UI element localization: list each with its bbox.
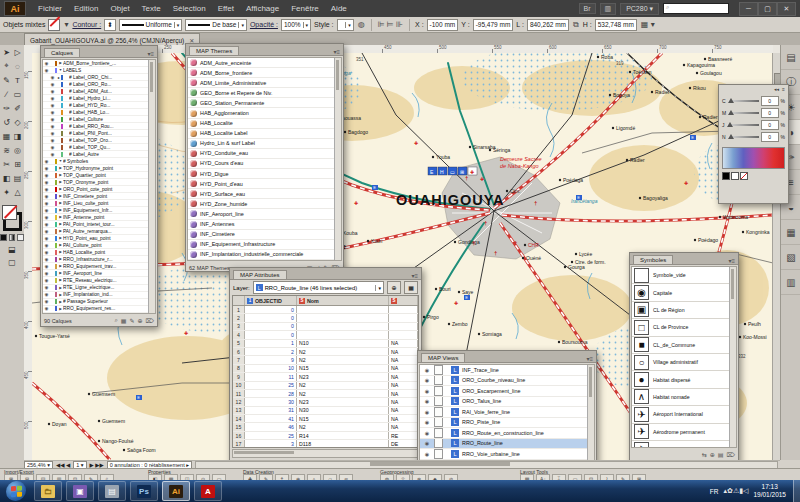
blend-tool[interactable]: ≋ <box>1 143 12 157</box>
view-row-oro-talus-line[interactable]: ◉LORO_Talus_line <box>420 397 594 408</box>
symbols-scrollbar[interactable] <box>729 267 736 447</box>
menu-fen-tre[interactable]: Fenêtre <box>285 4 325 13</box>
visibility-eye-icon[interactable]: ◉ <box>43 264 50 269</box>
panel-menu-icon[interactable]: ▾≡ <box>408 272 421 279</box>
page-icon[interactable] <box>434 439 443 449</box>
layer-row-hab-localite-point[interactable]: ◉▶HAB_Localite_point○ <box>43 249 155 256</box>
visibility-eye-icon[interactable]: ◉ <box>43 61 50 66</box>
visibility-eye-icon[interactable]: ◉ <box>43 222 50 227</box>
nom-cell[interactable]: N23 <box>297 373 389 380</box>
color-header-icon[interactable]: ≡ <box>782 86 785 94</box>
visibility-eye-icon[interactable]: ◉ <box>43 215 50 220</box>
layer-row-label-top-qu[interactable]: ◉# Label_TOP_Qu...○ <box>43 144 155 151</box>
symbols-footer-icon[interactable]: ⇆ <box>702 451 707 458</box>
channel-value[interactable]: 0 <box>761 132 779 142</box>
visibility-eye-icon[interactable]: ◉ <box>420 388 434 394</box>
tab-map-views[interactable]: MAP Views <box>421 353 465 362</box>
view-row-inf-trace-line[interactable]: ◉LINF_Trace_line <box>420 365 594 376</box>
theme-row-inf-equipement-infrastructure[interactable]: INF_Equipement_Infrastructure <box>188 240 341 250</box>
app-logo-icon[interactable]: Ai <box>4 1 26 16</box>
fill-indicator[interactable] <box>2 205 17 220</box>
scissors-tool[interactable]: ✂ <box>1 157 12 171</box>
attributes-hscroll[interactable] <box>232 449 419 458</box>
cut-cell[interactable]: NA <box>389 382 418 389</box>
appearance-icon[interactable]: ▦ <box>781 220 800 245</box>
symbol-row-village-administratif[interactable]: ○Village administratif <box>632 354 736 371</box>
visibility-eye-icon[interactable]: ◉ <box>43 166 50 171</box>
nom-cell[interactable]: N2 <box>297 356 389 363</box>
slider-track[interactable] <box>728 100 759 102</box>
cut-cell[interactable]: NA <box>389 348 418 355</box>
visibility-eye-icon[interactable]: ◉ <box>420 430 434 436</box>
white-swatch[interactable] <box>731 172 739 180</box>
visibility-eye-icon[interactable]: ◉ <box>43 208 50 213</box>
theme-row-adm-autre-enceinte[interactable]: ADM_Autre_enceinte <box>188 58 341 68</box>
tab-map-themes[interactable]: MAP Themes <box>189 46 239 55</box>
channel-value[interactable]: 0 <box>761 96 779 106</box>
layer-row-label-top-oro[interactable]: ◉# Label_TOP_Oro...○ <box>43 137 155 144</box>
page-icon[interactable] <box>434 365 443 375</box>
objectid-cell[interactable]: 28 <box>245 390 297 397</box>
visibility-eye-icon[interactable]: ◉ <box>49 124 56 129</box>
layer-row-rai-voie-ferree-line[interactable]: ◉▶RAI_Voie_ferree_line○ <box>43 313 155 314</box>
theme-row-hyd-cours-d-eau[interactable]: HYD_Cours d'eau <box>188 159 341 169</box>
magic-wand-tool[interactable]: ⌖ <box>1 59 12 73</box>
objectid-cell[interactable]: 25 <box>245 432 297 439</box>
theme-row-hydro-lin-surf-label[interactable]: Hydro_Lin & surf Label <box>188 139 341 149</box>
arrange-documents-button[interactable]: ▥ <box>600 3 617 15</box>
theme-row-inf-aeroport-line[interactable]: INF_Aeroport_line <box>188 209 341 219</box>
visibility-eye-icon[interactable]: ◉ <box>420 419 434 425</box>
attribute-row[interactable]: 1441N15NA <box>233 415 418 423</box>
layer-row-label-hab-lo[interactable]: ◉# Label_HAB_Lo...○ <box>43 109 155 116</box>
start-button[interactable] <box>6 480 26 501</box>
layer-row-top-oronyme-point[interactable]: ◉▶TOP_Oronyme_point○ <box>43 179 155 186</box>
theme-row-geo-station-permanente[interactable]: GEO_Station_Permanente <box>188 98 341 108</box>
rotate-tool[interactable]: ↺ <box>1 115 12 129</box>
none-swatch[interactable] <box>740 172 748 180</box>
close-button[interactable]: ✕ <box>777 2 796 16</box>
theme-row-hab-localite[interactable]: HAB_Localite <box>188 119 341 129</box>
zoom-tool[interactable]: ✦ <box>1 185 12 199</box>
layers-footer-icon[interactable]: ⌦ <box>146 317 154 324</box>
fill-stroke-control[interactable] <box>2 205 22 231</box>
symbol-row-habitat-dispers[interactable]: ●Habitat dispersé <box>632 371 736 388</box>
cut-cell[interactable]: NA <box>389 423 418 430</box>
search-input[interactable]: ⌕ <box>663 3 729 14</box>
cut-cell[interactable] <box>389 323 418 330</box>
taskbar-photoshop[interactable]: Ps <box>130 481 158 501</box>
theme-row-hyd-surface-eau[interactable]: HYD_Surface_eau <box>188 189 341 199</box>
menu-edition[interactable]: Edition <box>68 4 104 13</box>
visibility-eye-icon[interactable]: ◉ <box>43 243 50 248</box>
visibility-eye-icon[interactable]: ◉ <box>43 68 50 73</box>
visibility-eye-icon[interactable]: ◉ <box>420 409 434 415</box>
w-field[interactable]: 840,262 mm <box>527 19 569 31</box>
layer-row-adm-borne-frontiere[interactable]: ◉▶ADM_Borne_frontiere_...○ <box>43 60 155 67</box>
layer-row-top-hydronyme-point[interactable]: ◉▶TOP_Hydronyme_point○ <box>43 165 155 172</box>
layers-footer-icon[interactable]: ▦ <box>121 317 127 324</box>
visibility-eye-icon[interactable]: ◉ <box>49 117 56 122</box>
nom-cell[interactable] <box>297 306 389 313</box>
visibility-eye-icon[interactable]: ◉ <box>43 271 50 276</box>
objectid-cell[interactable]: 0 <box>245 314 297 321</box>
visibility-eye-icon[interactable]: ◉ <box>420 367 434 373</box>
nom-cell[interactable]: N15 <box>297 415 389 422</box>
document-panel-icon[interactable]: ▤ <box>781 45 800 70</box>
visibility-eye-icon[interactable]: ◉ <box>43 299 50 304</box>
layer-row-label-hydro-li[interactable]: ◉# Label_Hydro_Li...○ <box>43 95 155 102</box>
symbol-row-cl-de-r-gion[interactable]: ▣CL de Région <box>632 302 736 319</box>
tab-map-attributes[interactable]: MAP Attributes <box>233 270 287 279</box>
nom-cell[interactable]: N2 <box>297 382 389 389</box>
objectid-cell[interactable]: 30 <box>245 398 297 405</box>
color-button[interactable] <box>0 234 7 241</box>
channel-value[interactable]: 0 <box>761 120 779 130</box>
selection-tool[interactable]: ➤ <box>1 45 12 59</box>
attributes-grid[interactable]: 1OBJECTIDSNomS 1020304051N10NA62N2NA79N2… <box>232 295 419 448</box>
page-icon[interactable] <box>434 418 443 428</box>
attribute-row[interactable]: 10 <box>233 306 418 314</box>
graph-tool[interactable]: ▤ <box>12 171 23 185</box>
objectid-cell[interactable]: 2 <box>245 348 297 355</box>
transform-menu-icon[interactable]: ▦ ▾ <box>640 20 656 29</box>
panel-menu-icon[interactable]: ▾≡ <box>725 257 738 264</box>
cut-cell[interactable]: NA <box>389 340 418 347</box>
taskbar-illustrator[interactable]: Ai <box>162 481 190 501</box>
